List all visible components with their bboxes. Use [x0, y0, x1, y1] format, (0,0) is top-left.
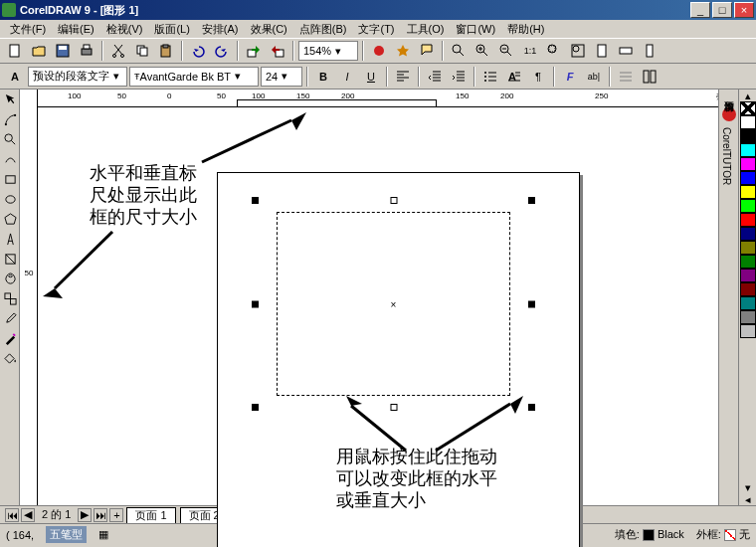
menu-help[interactable]: 帮助(H)	[501, 20, 550, 38]
app-launcher-button[interactable]	[368, 40, 390, 62]
text-tool[interactable]	[0, 229, 20, 249]
font-size-combo[interactable]: 24▾	[261, 67, 302, 87]
menu-layout[interactable]: 版面(L)	[148, 20, 195, 38]
text-style-combo[interactable]: 预设的段落文字▾	[28, 67, 127, 87]
color-swatch[interactable]	[740, 255, 756, 269]
freehand-tool[interactable]	[0, 149, 20, 169]
import-button[interactable]	[243, 40, 265, 62]
zoom-selection-button[interactable]	[543, 40, 565, 62]
open-button[interactable]	[28, 40, 50, 62]
color-swatch[interactable]	[740, 213, 756, 227]
zoom-levels-button[interactable]	[448, 40, 470, 62]
menu-bitmaps[interactable]: 点阵图(B)	[293, 20, 353, 38]
redo-button[interactable]	[211, 40, 233, 62]
zoom-out-button[interactable]	[495, 40, 517, 62]
zoom-all-button[interactable]	[567, 40, 589, 62]
menu-file[interactable]: 文件(F)	[4, 20, 52, 38]
export-button[interactable]	[267, 40, 288, 62]
edit-text-button[interactable]: ab|	[583, 66, 605, 88]
color-swatch[interactable]	[740, 269, 756, 282]
color-swatch[interactable]	[740, 199, 756, 213]
minimize-button[interactable]: _	[690, 2, 710, 18]
menu-arrange[interactable]: 安排(A)	[196, 20, 245, 38]
outline-swatch[interactable]	[724, 529, 736, 541]
color-swatch[interactable]	[740, 129, 756, 143]
zoom-height-button[interactable]	[639, 40, 661, 62]
ime-pad-icon[interactable]: ▦	[98, 528, 108, 541]
text-style-icon[interactable]: A	[4, 66, 26, 88]
color-swatch[interactable]	[740, 115, 756, 129]
color-swatch[interactable]	[740, 157, 756, 171]
resize-handle-e[interactable]	[528, 300, 535, 307]
vertical-ruler[interactable]: 50	[20, 90, 38, 505]
outline-tool[interactable]	[0, 328, 20, 348]
shape-tool[interactable]	[0, 109, 20, 129]
palette-down-button[interactable]: ▾	[739, 481, 756, 493]
color-swatch[interactable]	[740, 241, 756, 255]
pick-tool[interactable]	[0, 90, 20, 109]
color-swatch[interactable]	[740, 324, 756, 338]
new-button[interactable]	[4, 40, 26, 62]
menu-tools[interactable]: 工具(O)	[401, 20, 451, 38]
close-button[interactable]: ×	[734, 2, 754, 18]
zoom-actual-button[interactable]: 1:1	[519, 40, 541, 62]
no-color-swatch[interactable]	[740, 101, 756, 115]
color-swatch[interactable]	[740, 310, 756, 324]
resize-handle-se[interactable]	[528, 404, 535, 411]
color-swatch[interactable]	[740, 185, 756, 199]
dropcap-button[interactable]: A	[503, 66, 525, 88]
save-button[interactable]	[52, 40, 74, 62]
palette-up-button[interactable]: ▴	[739, 90, 756, 101]
docker-scripts[interactable]: 脚本与预设	[719, 90, 737, 97]
interactive-transparency-tool[interactable]	[0, 269, 20, 288]
text-flow-handle-top[interactable]	[390, 197, 397, 204]
interactive-fill-tool[interactable]	[0, 249, 20, 269]
resize-handle-nw[interactable]	[252, 197, 259, 204]
first-page-button[interactable]: ⏮	[5, 508, 19, 522]
docker-tutor[interactable]: CorelTUTOR	[719, 123, 734, 189]
copy-button[interactable]	[131, 40, 153, 62]
maximize-button[interactable]: □	[712, 2, 732, 18]
ellipse-tool[interactable]	[0, 189, 20, 209]
align-left-button[interactable]	[392, 66, 414, 88]
bullets-button[interactable]	[479, 66, 501, 88]
paste-button[interactable]	[155, 40, 177, 62]
corel-online-button[interactable]	[392, 40, 414, 62]
palette-flyout-button[interactable]: ◂	[739, 493, 756, 505]
zoom-page-button[interactable]	[591, 40, 613, 62]
resize-handle-ne[interactable]	[528, 197, 535, 204]
eyedropper-tool[interactable]	[0, 308, 20, 328]
interactive-blend-tool[interactable]	[0, 288, 20, 308]
fill-swatch[interactable]	[643, 529, 655, 541]
color-swatch[interactable]	[740, 171, 756, 185]
zoom-combo[interactable]: 154%▾	[298, 41, 358, 61]
paragraph-button[interactable]: ¶	[527, 66, 549, 88]
indent-inc-button[interactable]	[448, 66, 470, 88]
menu-text[interactable]: 文字(T)	[352, 20, 400, 38]
color-swatch[interactable]	[740, 296, 756, 310]
ime-indicator[interactable]: 五笔型	[46, 526, 87, 543]
format-text-button[interactable]: F	[559, 66, 581, 88]
font-combo[interactable]: Ŧ AvantGarde Bk BT▾	[129, 67, 259, 87]
menu-effects[interactable]: 效果(C)	[245, 20, 293, 38]
bold-button[interactable]: B	[312, 66, 334, 88]
horizontal-ruler[interactable]: 100 50 0 50 100 150 200 150 200 250 毫米	[38, 90, 736, 107]
menu-window[interactable]: 窗口(W)	[450, 20, 501, 38]
page-tab-1[interactable]: 页面 1	[126, 507, 175, 523]
zoom-width-button[interactable]	[615, 40, 637, 62]
rectangle-tool[interactable]	[0, 169, 20, 189]
resize-handle-sw[interactable]	[252, 404, 259, 411]
print-button[interactable]	[76, 40, 97, 62]
whatsthis-button[interactable]	[416, 40, 438, 62]
zoom-in-button[interactable]	[472, 40, 493, 62]
add-page-button[interactable]: +	[109, 508, 123, 522]
color-swatch[interactable]	[740, 282, 756, 296]
underline-button[interactable]: U	[360, 66, 382, 88]
polygon-tool[interactable]	[0, 209, 20, 229]
nonprinting-button[interactable]	[615, 66, 637, 88]
menu-edit[interactable]: 编辑(E)	[52, 20, 100, 38]
zoom-tool[interactable]	[0, 129, 20, 149]
color-swatch[interactable]	[740, 227, 756, 241]
last-page-button[interactable]: ⏭	[94, 508, 107, 522]
italic-button[interactable]: I	[336, 66, 358, 88]
